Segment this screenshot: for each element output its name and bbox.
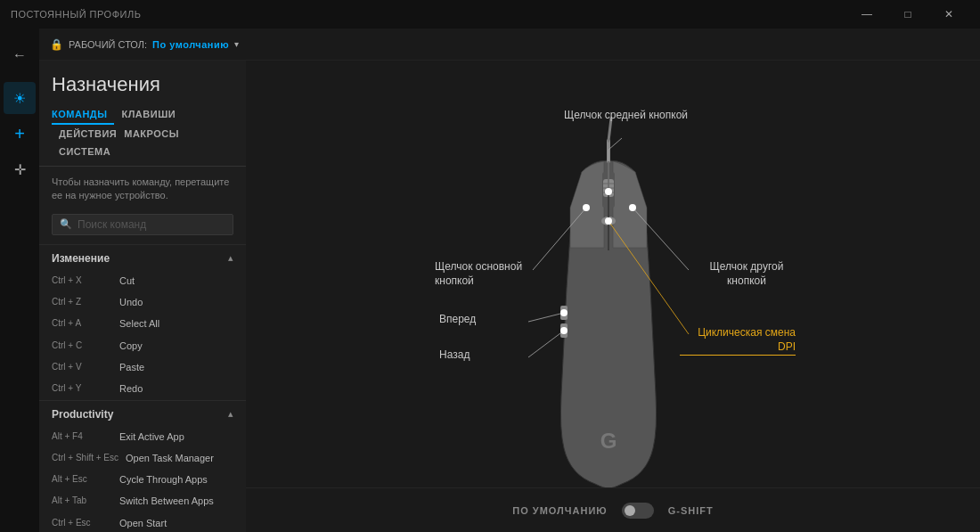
maximize-button[interactable]: □ (887, 0, 928, 29)
svg-point-22 (560, 309, 568, 316)
search-box: 🔍 (52, 214, 233, 235)
cmd-switchapps-shortcut: Alt + Tab (52, 495, 112, 505)
sidebar-title: Назначения (39, 61, 246, 105)
svg-rect-8 (560, 306, 568, 320)
cmd-redo[interactable]: Ctrl + Y Redo (39, 378, 246, 399)
cmd-paste-shortcut: Ctrl + V (52, 361, 112, 372)
search-input[interactable] (78, 218, 225, 231)
label-left-click: Щелчок основной кнопкой (435, 259, 533, 290)
profile-prefix: РАБОЧИЙ СТОЛ: (69, 39, 147, 50)
cmd-select-all[interactable]: Ctrl + A Select All (39, 313, 246, 334)
toggle-thumb (625, 505, 635, 516)
tab-actions[interactable]: ДЕЙСТВИЯ (59, 125, 124, 143)
section-edit-header[interactable]: Изменение ▴ (39, 244, 246, 270)
back-icon: ← (12, 47, 27, 63)
svg-point-16 (583, 204, 590, 211)
sidebar-tabs: КОМАНДЫ КЛАВИШИ ДЕЙСТВИЯ МАКРОСЫ СИСТЕМА (39, 105, 246, 167)
cmd-paste[interactable]: Ctrl + V Paste (39, 356, 246, 378)
cmd-cut-label: Cut (119, 274, 135, 287)
plus-icon: + (14, 124, 25, 144)
cmd-cut-shortcut: Ctrl + X (52, 274, 112, 285)
svg-rect-9 (560, 323, 568, 338)
svg-line-17 (633, 208, 689, 270)
svg-line-13 (608, 138, 622, 150)
section-edit-title: Изменение (52, 252, 110, 265)
bottom-gshift-label: G-SHIFT (668, 505, 714, 516)
title-bar: ПОСТОЯННЫЙ ПРОФИЛЬ — □ ✕ (0, 0, 980, 29)
section-productivity: Productivity ▴ Alt + F4 Exit Active App … (39, 400, 246, 532)
cmd-selectall-shortcut: Ctrl + A (52, 317, 112, 328)
section-productivity-arrow: ▴ (228, 408, 233, 420)
profile-name: По умолчанию (152, 39, 229, 50)
bottom-default-label: ПО УМОЛЧАНИЮ (512, 505, 607, 516)
title-bar-controls: — □ ✕ (846, 0, 969, 29)
back-nav-button[interactable]: ← (4, 39, 36, 71)
section-edit: Изменение ▴ Ctrl + X Cut Ctrl + Z Undo C… (39, 244, 246, 400)
icon-rail: ← ☀ + ✛ (0, 29, 39, 532)
cmd-open-start[interactable]: Ctrl + Esc Open Start (39, 512, 246, 532)
label-back: Назад (439, 348, 470, 361)
search-icon: 🔍 (60, 218, 72, 230)
toggle-switch[interactable] (622, 503, 654, 519)
label-middle-click: Щелчок средней кнопкой (564, 108, 688, 123)
chevron-down-icon[interactable]: ▾ (234, 39, 239, 49)
svg-line-19 (608, 221, 689, 334)
label-forward: Вперед (439, 313, 476, 325)
crosshair-icon-button[interactable]: ✛ (4, 153, 36, 185)
cmd-cycle-apps[interactable]: Alt + Esc Cycle Through Apps (39, 469, 246, 490)
cmd-paste-label: Paste (119, 361, 144, 373)
svg-rect-2 (602, 172, 615, 208)
cmd-undo-shortcut: Ctrl + Z (52, 296, 112, 307)
label-dpi: Циклическая смена DPI (680, 325, 796, 356)
cmd-cycleapps-label: Cycle Through Apps (119, 473, 208, 486)
tab-commands[interactable]: КОМАНДЫ (52, 105, 114, 125)
title-bar-left: ПОСТОЯННЫЙ ПРОФИЛЬ (11, 9, 141, 20)
crosshair-icon: ✛ (14, 161, 26, 178)
diagram-svg: G (426, 92, 800, 502)
section-edit-arrow: ▴ (228, 252, 233, 264)
title-bar-text: ПОСТОЯННЫЙ ПРОФИЛЬ (11, 9, 141, 20)
cmd-switchapps-label: Switch Between Apps (119, 495, 214, 507)
cmd-taskmanager-shortcut: Ctrl + Shift + Esc (52, 452, 118, 462)
cmd-copy[interactable]: Ctrl + C Copy (39, 335, 246, 356)
profile-bar: 🔒 РАБОЧИЙ СТОЛ: По умолчанию ▾ (39, 29, 980, 61)
sidebar: Назначения КОМАНДЫ КЛАВИШИ ДЕЙСТВИЯ МАКР… (39, 61, 246, 532)
lock-icon: 🔒 (50, 38, 63, 51)
cmd-openstart-label: Open Start (119, 517, 167, 529)
tab-system[interactable]: СИСТЕМА (59, 143, 118, 160)
svg-text:G: G (600, 429, 617, 453)
tab-keys[interactable]: КЛАВИШИ (121, 105, 183, 125)
label-right-click: Щелчок другой кнопкой (698, 259, 796, 290)
tab-macros[interactable]: МАКРОСЫ (124, 125, 186, 143)
section-productivity-header[interactable]: Productivity ▴ (39, 400, 246, 426)
cmd-redo-shortcut: Ctrl + Y (52, 382, 112, 393)
cmd-exitapp-label: Exit Active App (119, 430, 184, 443)
svg-line-21 (528, 313, 564, 322)
cmd-task-manager[interactable]: Ctrl + Shift + Esc Open Task Manager (39, 447, 246, 469)
cmd-exitapp-shortcut: Alt + F4 (52, 430, 112, 441)
plus-icon-button[interactable]: + (4, 118, 36, 150)
main-area: G Щелчок сре (246, 61, 980, 532)
svg-line-15 (533, 208, 586, 270)
mouse-diagram: G Щелчок сре (426, 92, 800, 502)
minimize-button[interactable]: — (846, 0, 887, 29)
close-button[interactable]: ✕ (928, 0, 969, 29)
cmd-openstart-shortcut: Ctrl + Esc (52, 517, 112, 528)
bottom-bar: ПО УМОЛЧАНИЮ G-SHIFT (246, 487, 980, 532)
cmd-cut[interactable]: Ctrl + X Cut (39, 270, 246, 291)
cmd-copy-shortcut: Ctrl + C (52, 340, 112, 350)
cmd-undo[interactable]: Ctrl + Z Undo (39, 291, 246, 313)
section-productivity-title: Productivity (52, 408, 113, 421)
svg-rect-3 (603, 179, 614, 197)
svg-line-23 (528, 331, 564, 357)
brightness-icon-button[interactable]: ☀ (4, 82, 36, 114)
cmd-switch-apps[interactable]: Alt + Tab Switch Between Apps (39, 490, 246, 512)
cmd-exit-app[interactable]: Alt + F4 Exit Active App (39, 426, 246, 447)
cmd-selectall-label: Select All (119, 317, 159, 330)
svg-point-7 (601, 217, 616, 225)
cmd-copy-label: Copy (119, 340, 143, 352)
cmd-undo-label: Undo (119, 296, 143, 308)
svg-point-18 (629, 204, 636, 211)
svg-point-20 (605, 217, 612, 225)
cmd-redo-label: Redo (119, 382, 143, 395)
